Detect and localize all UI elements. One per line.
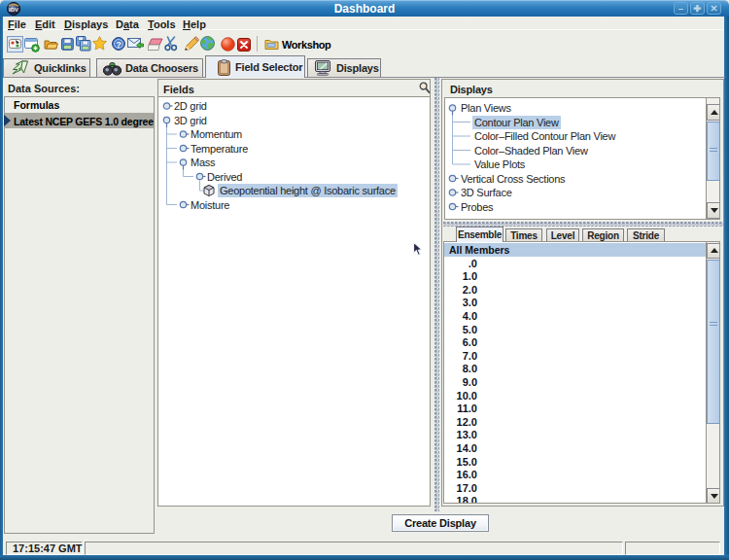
svg-text:?: ? bbox=[116, 40, 122, 50]
